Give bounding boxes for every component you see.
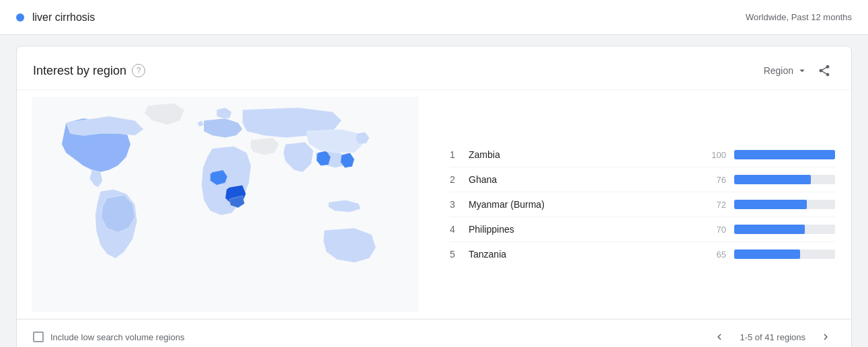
prev-page-button[interactable] bbox=[710, 327, 729, 346]
table-row: 5 Tanzania 65 bbox=[450, 242, 835, 266]
share-button[interactable] bbox=[814, 60, 835, 81]
card-controls: Region bbox=[764, 60, 835, 81]
bar-container bbox=[734, 200, 835, 209]
bar-container bbox=[734, 225, 835, 234]
bar-fill bbox=[734, 249, 800, 259]
data-rows-list: 1 Zambia 100 2 Ghana 76 3 Myanmar (Burma… bbox=[450, 143, 835, 266]
rank-number: 3 bbox=[450, 199, 469, 210]
card-header: Interest by region ? Region bbox=[17, 46, 851, 90]
bar-fill bbox=[734, 150, 835, 159]
table-row: 2 Ghana 76 bbox=[450, 167, 835, 192]
card-footer: Include low search volume regions 1-5 of… bbox=[17, 319, 851, 347]
bar-container bbox=[734, 150, 835, 159]
country-name: Tanzania bbox=[469, 249, 699, 260]
country-name: Zambia bbox=[469, 149, 699, 160]
country-name: Myanmar (Burma) bbox=[469, 199, 699, 210]
top-bar: liver cirrhosis Worldwide, Past 12 month… bbox=[0, 0, 868, 35]
score-value: 76 bbox=[699, 175, 726, 185]
bar-fill bbox=[734, 175, 811, 184]
bar-container bbox=[734, 175, 835, 184]
pagination-info: 1-5 of 41 regions bbox=[740, 332, 805, 342]
table-row: 4 Philippines 70 bbox=[450, 217, 835, 242]
pagination: 1-5 of 41 regions bbox=[710, 327, 835, 346]
region-dropdown[interactable]: Region bbox=[764, 65, 808, 77]
card-title: Interest by region bbox=[33, 64, 126, 78]
table-row: 3 Myanmar (Burma) 72 bbox=[450, 192, 835, 217]
score-value: 65 bbox=[699, 249, 726, 260]
chevron-down-icon bbox=[796, 65, 808, 77]
share-icon bbox=[818, 64, 831, 77]
search-term-area: liver cirrhosis bbox=[16, 11, 95, 24]
rank-number: 5 bbox=[450, 249, 469, 260]
region-label: Region bbox=[764, 65, 793, 76]
score-value: 70 bbox=[699, 225, 726, 235]
card-body: 1 Zambia 100 2 Ghana 76 3 Myanmar (Burma… bbox=[17, 90, 851, 319]
rank-number: 1 bbox=[450, 149, 469, 160]
low-volume-label: Include low search volume regions bbox=[50, 332, 184, 342]
context-label: Worldwide, Past 12 months bbox=[746, 12, 852, 22]
next-page-button[interactable] bbox=[816, 327, 835, 346]
chevron-left-icon bbox=[713, 331, 725, 343]
score-value: 72 bbox=[699, 200, 726, 210]
country-name: Ghana bbox=[469, 174, 699, 185]
country-name: Philippines bbox=[469, 224, 699, 235]
score-value: 100 bbox=[699, 150, 726, 160]
rank-number: 4 bbox=[450, 224, 469, 235]
map-area bbox=[17, 90, 434, 319]
low-volume-checkbox[interactable] bbox=[33, 332, 44, 342]
table-row: 1 Zambia 100 bbox=[450, 143, 835, 167]
world-map bbox=[30, 97, 420, 312]
bar-fill bbox=[734, 225, 805, 234]
card-title-area: Interest by region ? bbox=[33, 64, 145, 78]
chevron-right-icon bbox=[820, 331, 832, 343]
interest-by-region-card: Interest by region ? Region bbox=[16, 46, 852, 347]
data-list-area: 1 Zambia 100 2 Ghana 76 3 Myanmar (Burma… bbox=[434, 90, 851, 319]
bar-container bbox=[734, 249, 835, 259]
rank-number: 2 bbox=[450, 174, 469, 185]
bar-fill bbox=[734, 200, 807, 209]
search-term-label: liver cirrhosis bbox=[32, 11, 95, 24]
help-icon[interactable]: ? bbox=[132, 64, 145, 77]
blue-dot-icon bbox=[16, 13, 24, 22]
low-volume-checkbox-area[interactable]: Include low search volume regions bbox=[33, 332, 184, 342]
